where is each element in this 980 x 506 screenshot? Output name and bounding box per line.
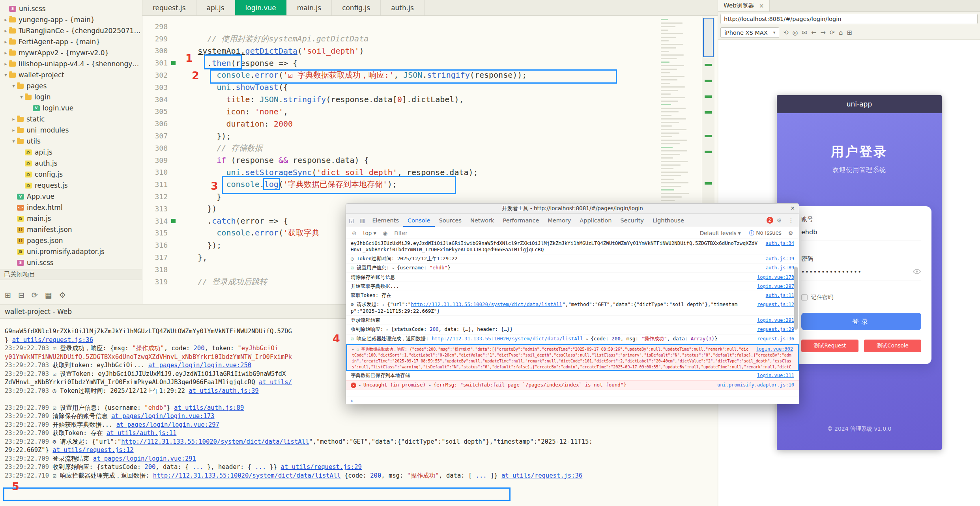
mail-icon[interactable]: ✉ — [800, 29, 809, 36]
console-source-link[interactable]: http://112.31.133.55:10020/system/dict/d… — [121, 438, 309, 445]
devtools-tab-performance[interactable]: Performance — [498, 214, 543, 227]
chevron-right-icon[interactable]: ▸ — [10, 116, 17, 122]
browser-tab[interactable]: Web浏览器 × — [718, 0, 770, 11]
tree-item[interactable]: ▸yungeng-app - {main} — [0, 14, 142, 25]
chevron-right-icon[interactable]: ▸ — [2, 39, 9, 45]
expand-caret-icon[interactable]: ▸ — [386, 327, 391, 332]
expand-caret-icon[interactable]: ▸ — [352, 347, 357, 351]
devtools-tab-lighthouse[interactable]: Lighthouse — [648, 214, 688, 227]
url-input[interactable]: http://localhost:8081/#/pages/login/logi… — [720, 14, 978, 24]
login-button[interactable]: 登录 — [801, 313, 921, 330]
chevron-down-icon[interactable]: ▾ — [18, 94, 25, 100]
devtools-scrollbar[interactable] — [794, 267, 798, 330]
tree-item[interactable]: JSauth.js — [0, 158, 142, 169]
url-link[interactable]: http://112.31.133.55:10020/system/dict/d… — [411, 301, 562, 307]
log-source-link[interactable]: login.vue:291 — [757, 317, 794, 323]
tree-item[interactable]: VApp.vue — [0, 191, 142, 202]
chevron-right-icon[interactable]: ▸ — [2, 50, 9, 56]
grid-icon[interactable]: ⊞ — [845, 29, 853, 36]
log-source-link[interactable]: request.js:12 — [757, 301, 794, 308]
password-input[interactable]: ••••••••••••••• — [801, 263, 921, 280]
tree-item[interactable]: <>index.html — [0, 202, 142, 213]
clear-console-icon[interactable]: ⊘ — [349, 230, 359, 236]
closed-projects-section[interactable]: 已关闭项目 — [0, 269, 142, 280]
console-source-link[interactable]: at utils/request.js:12 — [52, 446, 133, 454]
tree-item[interactable]: ▾login — [0, 91, 142, 103]
console-source-link[interactable]: at pages/login/login.vue:173 — [111, 413, 214, 420]
log-source-link[interactable]: login.vue:173 — [757, 274, 794, 280]
remember-password-row[interactable]: 记住密码 — [801, 294, 921, 301]
console-source-link[interactable]: at utils/request.js:36 — [12, 336, 93, 344]
tab-api.js[interactable]: api.js — [196, 0, 235, 15]
tree-item[interactable]: ▾utils — [0, 136, 142, 147]
devtools-tab-network[interactable]: Network — [466, 214, 499, 227]
back-icon[interactable]: ← — [810, 29, 818, 36]
console-source-link[interactable]: at pages/login/login.vue:297 — [116, 421, 219, 428]
close-icon[interactable]: × — [759, 2, 764, 9]
log-source-link[interactable]: auth.js:34 — [766, 240, 794, 246]
settings-icon[interactable]: ⚙ — [59, 291, 66, 299]
expand-caret-icon[interactable]: ▸ — [586, 337, 591, 341]
live-expression-eye-icon[interactable]: ◉ — [380, 230, 391, 236]
sync-icon[interactable]: ⟲ — [782, 29, 790, 36]
devtools-tab-sources[interactable]: Sources — [435, 214, 466, 227]
console-source-link[interactable]: at pages/login/login.vue:250 — [148, 362, 251, 369]
expand-caret-icon[interactable]: ▸ — [382, 302, 387, 307]
devtools-titlebar[interactable]: 开发者工具 - http://localhost:8081/#/pages/lo… — [346, 204, 799, 214]
console-source-link[interactable]: at utils/request.js:29 — [281, 463, 362, 471]
eye-icon[interactable] — [913, 269, 921, 274]
chevron-right-icon[interactable]: ▸ — [2, 61, 9, 67]
tab-auth.js[interactable]: auth.js — [381, 0, 425, 15]
devtools-tab-application[interactable]: Application — [575, 214, 616, 227]
console-source-link[interactable]: at utils/request.js:36 — [501, 472, 582, 479]
console-source-link[interactable]: at utils/auth.js:89 — [174, 404, 244, 411]
devtools-tab-security[interactable]: Security — [616, 214, 648, 227]
console-source-link[interactable]: at pages/login/login.vue:291 — [93, 455, 196, 462]
tree-item[interactable]: ▸FertiAgent-app - {main} — [0, 36, 142, 47]
devtools-tab-memory[interactable]: Memory — [543, 214, 575, 227]
tree-item[interactable]: ▾pages — [0, 80, 142, 91]
reload-icon[interactable]: ⟳ — [828, 29, 836, 36]
log-source-link[interactable]: request.js:29 — [757, 326, 794, 332]
gear-icon[interactable]: ⚙ — [774, 217, 785, 224]
chevron-right-icon[interactable]: ▸ — [2, 28, 9, 34]
log-source-link[interactable]: auth.js:89 — [766, 265, 794, 271]
checkbox-icon[interactable] — [801, 294, 808, 301]
devtools-tab-elements[interactable]: Elements — [368, 214, 403, 227]
tree-item[interactable]: JSapi.js — [0, 147, 142, 158]
log-levels-select[interactable]: Default levels ▾ — [700, 230, 741, 236]
layout-icon[interactable]: ▦ — [45, 291, 52, 299]
device-select[interactable]: iPhone XS MAX ▾ — [720, 27, 779, 38]
log-source-link[interactable]: request.js:36 — [757, 336, 794, 342]
console-settings-icon[interactable]: ⚙ — [785, 230, 796, 236]
forward-icon[interactable]: → — [819, 29, 827, 36]
error-count-badge[interactable]: 2 — [767, 217, 773, 224]
new-project-icon[interactable]: ⊞ — [5, 291, 11, 299]
tab-config.js[interactable]: config.js — [332, 0, 381, 15]
tree-item[interactable]: ▸lilishop-uniapp-v4.4 - {shennongyouxuan… — [0, 58, 142, 69]
test-request-button[interactable]: 测试Request — [801, 340, 858, 352]
console-prompt[interactable]: › — [346, 396, 799, 405]
tree-item[interactable]: ▸mywrAppv2 - {mywr-v2.0} — [0, 47, 142, 58]
chevron-right-icon[interactable]: ▸ — [10, 127, 17, 133]
tree-item[interactable]: Vlogin.vue — [0, 103, 142, 114]
log-source-link[interactable]: auth.js:11 — [766, 292, 794, 299]
console-source-link[interactable]: at utils/auth.js:11 — [107, 429, 176, 437]
tree-item[interactable]: JSuni.promisify.adaptor.js — [0, 246, 142, 257]
log-source-link[interactable]: uni.promisify.adaptor.js:10 — [717, 382, 794, 388]
tree-item[interactable]: JSmain.js — [0, 213, 142, 224]
tree-item[interactable]: ▸uni_modules — [0, 125, 142, 136]
url-link[interactable]: http://112.31.133.55:10020/system/dict/d… — [432, 336, 583, 342]
tree-item[interactable]: ▾wallet-project — [0, 69, 142, 80]
log-source-link[interactable]: auth.js:39 — [766, 256, 794, 262]
tree-item[interactable]: ▸static — [0, 114, 142, 125]
open-folder-icon[interactable]: ⊟ — [18, 291, 24, 299]
expand-caret-icon[interactable]: ▸ — [429, 383, 434, 387]
test-console-button[interactable]: 测试Console — [864, 340, 921, 352]
tree-item[interactable]: {}manifest.json — [0, 224, 142, 235]
close-icon[interactable]: ✕ — [790, 205, 795, 211]
tree-item[interactable]: Suni.scss — [0, 257, 142, 268]
chevron-down-icon[interactable]: ▾ — [10, 83, 17, 89]
account-input[interactable]: ehdb — [801, 224, 921, 241]
expand-caret-icon[interactable]: ▸ — [392, 266, 397, 270]
